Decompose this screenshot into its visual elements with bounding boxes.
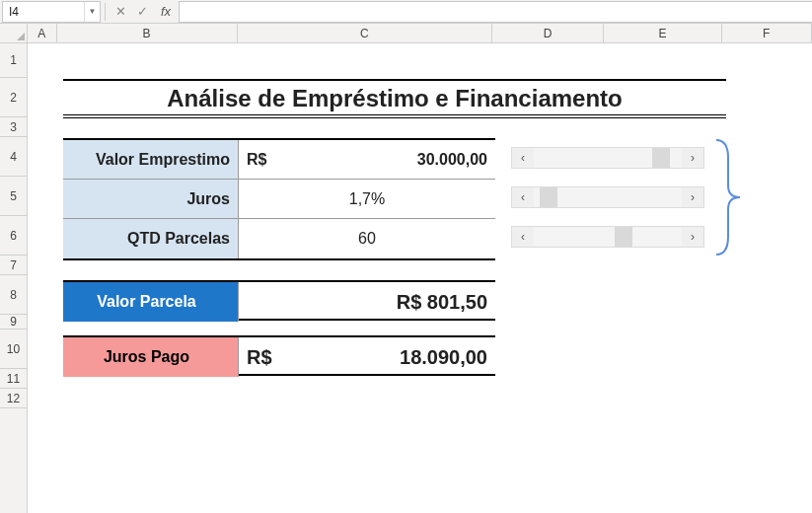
formula-input[interactable] xyxy=(179,1,812,23)
scroll-left-button[interactable]: ‹ xyxy=(512,187,534,207)
confirm-formula-button[interactable]: ✓ xyxy=(131,2,153,22)
row-header-6[interactable]: 6 xyxy=(0,216,27,256)
installment-value-cell[interactable]: R$ 801,50 xyxy=(239,282,495,322)
scroll-left-button[interactable]: ‹ xyxy=(512,148,534,168)
currency-prefix: R$ xyxy=(247,151,266,169)
table-row: QTD Parcelas 60 xyxy=(63,219,495,258)
scroll-track[interactable] xyxy=(534,148,682,168)
table-row: Juros Pago R$ 18.090,00 xyxy=(63,337,495,377)
name-box-value: I4 xyxy=(3,5,84,19)
scroll-right-button[interactable]: › xyxy=(682,148,703,168)
name-box[interactable]: I4 ▼ xyxy=(2,1,101,23)
insert-function-button[interactable]: fx xyxy=(153,2,179,22)
scroll-thumb[interactable] xyxy=(615,227,632,247)
interest-paid-value-cell[interactable]: R$ 18.090,00 xyxy=(239,337,495,377)
rate-value-cell[interactable]: 1,7% xyxy=(239,180,495,218)
col-header-A[interactable]: A xyxy=(28,24,57,42)
rate-label: Juros xyxy=(63,180,239,218)
scroll-track[interactable] xyxy=(534,187,682,207)
row-header-1[interactable]: 1 xyxy=(0,43,27,78)
row-header-7[interactable]: 7 xyxy=(0,256,27,275)
installment-label: Valor Parcela xyxy=(63,282,239,322)
formula-bar-strip: I4 ▼ ✕ ✓ fx xyxy=(0,0,812,24)
loan-value-cell[interactable]: R$ 30.000,00 xyxy=(239,140,495,179)
rate-value: 1,7% xyxy=(349,190,385,208)
name-box-dropdown[interactable]: ▼ xyxy=(84,2,100,22)
col-header-F[interactable]: F xyxy=(722,24,812,42)
n-label: QTD Parcelas xyxy=(63,219,239,258)
row-header-2[interactable]: 2 xyxy=(0,78,27,117)
scroll-thumb[interactable] xyxy=(540,187,557,207)
curly-brace-icon xyxy=(712,138,742,256)
scroll-left-button[interactable]: ‹ xyxy=(512,227,534,247)
table-row: Juros 1,7% xyxy=(63,180,495,219)
select-all-corner[interactable] xyxy=(0,24,28,42)
installment-value: R$ 801,50 xyxy=(397,291,487,314)
column-headers: A B C D E F xyxy=(0,24,812,43)
scroll-track[interactable] xyxy=(534,227,682,247)
row-header-8[interactable]: 8 xyxy=(0,275,27,315)
currency-prefix: R$ xyxy=(247,346,272,369)
row-header-4[interactable]: 4 xyxy=(0,137,27,177)
col-header-D[interactable]: D xyxy=(492,24,604,42)
col-header-B[interactable]: B xyxy=(57,24,238,42)
n-scroll-control[interactable]: ‹ › xyxy=(511,226,704,248)
col-header-E[interactable]: E xyxy=(604,24,721,42)
row-header-3[interactable]: 3 xyxy=(0,117,27,137)
scroll-right-button[interactable]: › xyxy=(682,227,703,247)
table-row: Valor Parcela R$ 801,50 xyxy=(63,282,495,322)
loan-scroll-control[interactable]: ‹ › xyxy=(511,147,704,169)
scroll-right-button[interactable]: › xyxy=(682,187,703,207)
interest-paid-label: Juros Pago xyxy=(63,337,239,377)
n-value-cell[interactable]: 60 xyxy=(239,219,495,258)
row-header-9[interactable]: 9 xyxy=(0,315,27,330)
loan-value: 30.000,00 xyxy=(417,151,487,169)
row-header-5[interactable]: 5 xyxy=(0,177,27,216)
cell-grid[interactable]: Análise de Empréstimo e Financiamento Va… xyxy=(28,43,812,513)
installment-table: Valor Parcela R$ 801,50 xyxy=(63,280,495,321)
page-title: Análise de Empréstimo e Financiamento xyxy=(167,85,622,111)
inputs-table: Valor Emprestimo R$ 30.000,00 Juros 1,7%… xyxy=(63,138,495,260)
row-header-10[interactable]: 10 xyxy=(0,330,27,369)
interest-paid-value: 18.090,00 xyxy=(400,346,487,369)
rate-scroll-control[interactable]: ‹ › xyxy=(511,186,704,208)
row-headers: 1 2 3 4 5 6 7 8 9 10 11 12 xyxy=(0,43,28,513)
interest-paid-table: Juros Pago R$ 18.090,00 xyxy=(63,335,495,376)
title-row: Análise de Empréstimo e Financiamento xyxy=(63,79,726,118)
divider xyxy=(105,3,106,21)
row-header-11[interactable]: 11 xyxy=(0,369,27,389)
col-header-C[interactable]: C xyxy=(238,24,492,42)
row-header-12[interactable]: 12 xyxy=(0,389,27,408)
loan-label: Valor Emprestimo xyxy=(63,140,239,179)
cancel-formula-button[interactable]: ✕ xyxy=(110,2,131,22)
n-value: 60 xyxy=(358,230,376,248)
table-row: Valor Emprestimo R$ 30.000,00 xyxy=(63,140,495,180)
scroll-thumb[interactable] xyxy=(652,148,670,168)
